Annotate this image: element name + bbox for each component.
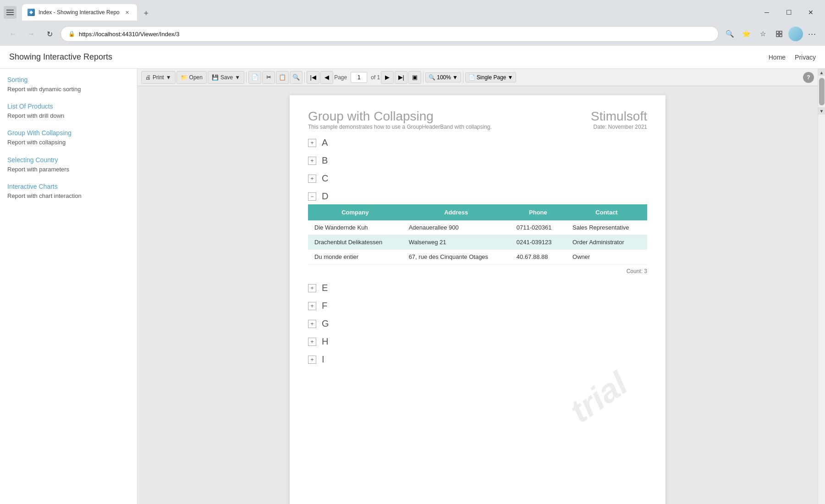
page-input[interactable] — [351, 72, 367, 83]
table-row: Drachenblut Delikatessen Walserweg 21 02… — [308, 235, 647, 250]
expand-i-button[interactable]: + — [308, 356, 316, 364]
page-navigation: Page of 1 — [334, 72, 380, 83]
expand-h-button[interactable]: + — [308, 338, 316, 346]
group-letter-d: D — [322, 191, 328, 202]
expand-g-button[interactable]: + — [308, 320, 316, 328]
table-row: Die Wandernde Kuh Adenauerallee 900 0711… — [308, 220, 647, 235]
group-letter-i: I — [322, 354, 324, 365]
sidebar-link-interactive-charts[interactable]: Interactive Charts — [7, 183, 130, 190]
report-subtitle: This sample demonstrates how to use a Gr… — [308, 124, 492, 130]
favorites-icon[interactable]: ☆ — [755, 27, 770, 41]
expand-f-button[interactable]: + — [308, 302, 316, 310]
expand-b-button[interactable]: + — [308, 157, 316, 165]
expand-c-button[interactable]: + — [308, 175, 316, 183]
sidebar-desc-sorting: Report with dynamic sorting — [7, 86, 81, 93]
zoom-dropdown-icon: ▼ — [452, 74, 458, 81]
new-doc-button[interactable]: 📄 — [248, 71, 261, 84]
tab-title: Index - Showing Interactive Repo — [38, 9, 120, 16]
sidebar-item-list-of-products: List Of Products Report with drill down — [7, 103, 130, 120]
toolbar-separator-3 — [423, 72, 424, 83]
group-letter-h: H — [322, 336, 328, 347]
sidebar-link-sorting[interactable]: Sorting — [7, 76, 130, 83]
open-label: Open — [189, 74, 203, 81]
group-row-c: + C — [308, 169, 647, 186]
scroll-thumb[interactable] — [819, 78, 825, 105]
right-scrollbar[interactable]: ▲ ▼ — [818, 69, 825, 504]
save-button[interactable]: 💾 Save ▼ — [208, 71, 244, 84]
group-letter-a: A — [322, 137, 328, 148]
data-table: Company Address Phone Contact Die Wander… — [308, 204, 647, 264]
expand-d-button[interactable]: − — [308, 192, 316, 201]
copy-button[interactable]: 📋 — [276, 71, 289, 84]
svg-rect-0 — [6, 10, 14, 11]
maximize-button[interactable]: ☐ — [778, 5, 799, 20]
scroll-down-button[interactable]: ▼ — [818, 107, 825, 115]
page-label: Page — [334, 74, 347, 81]
group-row-d: − D — [308, 186, 647, 204]
group-row-f: + F — [308, 296, 647, 314]
nav-link-privacy[interactable]: Privacy — [795, 54, 816, 61]
find-button[interactable]: 🔍 — [290, 71, 302, 84]
prev-page-button[interactable]: ◀ — [320, 71, 333, 84]
close-button[interactable]: ✕ — [800, 5, 821, 20]
forward-button[interactable]: → — [24, 27, 38, 41]
sidebar-link-group-with-collapsing[interactable]: Group With Collapsing — [7, 129, 130, 137]
view-mode-button[interactable]: ▣ — [408, 71, 421, 84]
cut-button[interactable]: ✂ — [262, 71, 275, 84]
search-icon[interactable]: 🔍 — [722, 27, 737, 41]
report-toolbar: 🖨 Print ▼ 📁 Open 💾 Save ▼ 📄 ✂ 📋 🔍 — [138, 69, 818, 86]
sidebar-item-group-with-collapsing: Group With Collapsing Report with collap… — [7, 129, 130, 147]
svg-rect-6 — [780, 34, 782, 37]
sidebar-toggle-button[interactable] — [4, 6, 16, 19]
new-tab-button[interactable]: + — [139, 6, 154, 21]
count-row: Count: 3 — [308, 266, 647, 278]
tab-close-button[interactable]: ✕ — [123, 8, 132, 16]
svg-rect-3 — [776, 31, 779, 33]
toolbar-separator-4 — [463, 72, 463, 83]
menu-button[interactable]: ··· — [805, 27, 820, 41]
minimize-button[interactable]: ─ — [756, 5, 777, 20]
expand-e-button[interactable]: + — [308, 284, 316, 292]
tab-favicon — [28, 9, 35, 16]
save-dropdown-icon: ▼ — [235, 74, 240, 81]
sidebar-item-sorting: Sorting Report with dynamic sorting — [7, 76, 130, 93]
report-area: 🖨 Print ▼ 📁 Open 💾 Save ▼ 📄 ✂ 📋 🔍 — [138, 69, 818, 504]
group-row-g: + G — [308, 314, 647, 332]
print-button[interactable]: 🖨 Print ▼ — [141, 71, 176, 84]
cell-company-2: Drachenblut Delikatessen — [308, 235, 402, 250]
zoom-button[interactable]: 🔍 100% ▼ — [425, 72, 461, 82]
print-icon: 🖨 — [145, 74, 151, 81]
scroll-up-button[interactable]: ▲ — [818, 69, 825, 76]
sidebar-link-list-of-products[interactable]: List Of Products — [7, 103, 130, 110]
sidebar-link-selecting-country[interactable]: Selecting Country — [7, 156, 130, 164]
cell-phone-1: 0711-020361 — [510, 220, 566, 235]
next-page-button[interactable]: ▶ — [381, 71, 394, 84]
group-letter-e: E — [322, 283, 328, 293]
expand-a-button[interactable]: + — [308, 139, 316, 147]
sidebar-item-selecting-country: Selecting Country Report with parameters — [7, 156, 130, 174]
first-page-button[interactable]: |◀ — [307, 71, 319, 84]
lock-icon: 🔒 — [68, 31, 75, 37]
open-button[interactable]: 📁 Open — [176, 71, 207, 84]
page-of: of 1 — [371, 74, 380, 81]
cell-phone-3: 40.67.88.88 — [510, 250, 566, 264]
group-letter-b: B — [322, 155, 328, 166]
group-row-b: + B — [308, 151, 647, 169]
group-row-h: + H — [308, 332, 647, 350]
report-brand: Stimulsoft — [591, 109, 647, 124]
nav-link-home[interactable]: Home — [769, 54, 786, 61]
collections-icon[interactable] — [772, 27, 786, 41]
favorites-notifications-icon[interactable]: ⭐ — [739, 27, 754, 41]
back-button[interactable]: ← — [6, 27, 20, 41]
help-button[interactable]: ? — [803, 72, 814, 83]
sidebar-desc-group-with-collapsing: Report with collapsing — [7, 139, 66, 146]
profile-avatar[interactable] — [788, 27, 803, 41]
sidebar-desc-interactive-charts: Report with chart interaction — [7, 192, 82, 199]
view-mode-dropdown[interactable]: 📄 Single Page ▼ — [465, 72, 517, 82]
browser-tab[interactable]: Index - Showing Interactive Repo ✕ — [22, 4, 137, 21]
refresh-button[interactable]: ↻ — [42, 27, 57, 41]
address-bar[interactable]: 🔒 https://localhost:44310/Viewer/Index/3 — [60, 26, 719, 42]
last-page-button[interactable]: ▶| — [395, 71, 407, 84]
svg-rect-1 — [6, 12, 14, 13]
table-header-row: Company Address Phone Contact — [308, 204, 647, 220]
